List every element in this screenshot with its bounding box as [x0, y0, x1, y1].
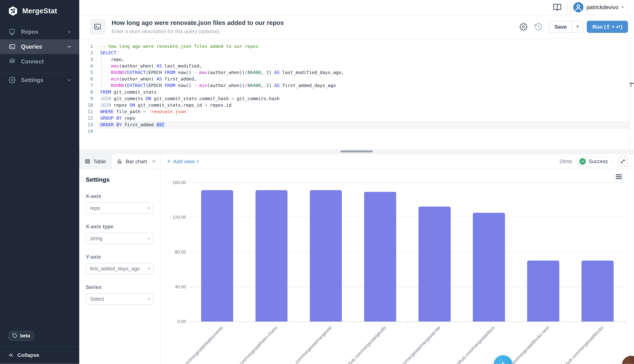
- database-icon: [8, 58, 16, 65]
- x-axis-tick: [570, 322, 571, 324]
- editor-scrollbar-track[interactable]: [630, 39, 630, 149]
- code-line: FROM git_commit_stats: [100, 89, 344, 95]
- tab-bar-chart[interactable]: Bar chart ×: [112, 154, 161, 169]
- field-y-axis: Y-axis first_added_days_ago ▾: [86, 254, 154, 274]
- bar[interactable]: [527, 260, 559, 322]
- expand-results-button[interactable]: [618, 156, 628, 166]
- y-axis-tick-label: 80.00: [162, 250, 186, 254]
- query-settings-gear-icon[interactable]: [520, 23, 528, 31]
- query-description-input[interactable]: Enter a short description for this query…: [112, 28, 520, 34]
- gridline: [190, 217, 625, 218]
- panel-resize-handle[interactable]: [79, 149, 634, 154]
- line-number: 12: [79, 115, 93, 121]
- x-axis-type-select[interactable]: string ▾: [86, 233, 154, 244]
- tab-table[interactable]: Table: [79, 154, 112, 169]
- sql-editor[interactable]: 1234567891011121314 -- how long ago were…: [79, 39, 634, 149]
- select-value: Select: [90, 296, 148, 302]
- x-axis-tick: [299, 322, 299, 324]
- run-query-button[interactable]: Run (⇧ + ↵): [587, 21, 628, 33]
- bar[interactable]: [364, 192, 396, 322]
- x-axis-tick: [190, 322, 190, 324]
- bar[interactable]: [201, 190, 233, 322]
- drag-handle-pill[interactable]: [340, 150, 373, 152]
- bar[interactable]: [310, 190, 342, 322]
- app-window: MergeStat Repos: [0, 0, 634, 364]
- field-label: Y-axis: [86, 254, 154, 260]
- y-axis-tick-label: 120.00: [162, 215, 186, 220]
- code-line: max(author_when) AS last_modified,: [100, 63, 344, 69]
- avatar[interactable]: [573, 2, 584, 12]
- x-axis-tick: [462, 322, 462, 324]
- query-actions: Save ▼ Run (⇧ + ↵): [520, 21, 628, 33]
- sidebar-item-connect[interactable]: Connect: [0, 54, 79, 69]
- topbar-divider: [567, 3, 568, 12]
- bar[interactable]: [256, 190, 288, 322]
- field-series: Series Select ▾: [86, 284, 154, 305]
- sidebar-item-label: Repos: [21, 29, 38, 35]
- chart-menu-icon[interactable]: [616, 174, 622, 180]
- x-axis-category-label: github.com/mergestat/mergestat-lite: [388, 325, 442, 364]
- line-number: 8: [79, 89, 93, 95]
- editor-scrollbar-thumb[interactable]: [630, 83, 632, 87]
- settings-heading: Settings: [86, 176, 154, 183]
- tag-icon: [12, 333, 18, 338]
- username[interactable]: patrickdevivo: [587, 4, 618, 10]
- code-line: repo,: [100, 56, 344, 63]
- save-button-group: Save ▼: [549, 21, 583, 33]
- line-number: 14: [79, 128, 93, 134]
- sidebar-spacer: [0, 88, 79, 331]
- bar[interactable]: [418, 206, 450, 321]
- sidebar-item-queries[interactable]: Queries: [0, 39, 79, 54]
- repo-book-icon: [8, 28, 16, 36]
- add-view-button[interactable]: + Add view ▾: [167, 154, 199, 169]
- x-axis-category-label: github.com/mergestat/mergestat: [285, 325, 333, 364]
- sidebar-item-label: Queries: [21, 44, 42, 50]
- query-history-icon[interactable]: [534, 22, 543, 31]
- select-caret-icon: ▾: [148, 206, 150, 210]
- topbar: patrickdevivo ▾: [79, 0, 634, 15]
- x-axis-tick: [408, 322, 408, 324]
- line-number: 3: [79, 56, 93, 63]
- code-line: SELECT: [100, 50, 344, 56]
- bar[interactable]: [473, 213, 505, 322]
- code-line: ROUND(EXTRACT(EPOCH FROM now() - min(aut…: [100, 82, 344, 89]
- x-axis-tick: [516, 322, 516, 324]
- query-title[interactable]: How long ago were renovate.json files ad…: [112, 19, 520, 26]
- corner-widget[interactable]: [622, 356, 634, 364]
- check-icon: [579, 158, 586, 165]
- user-menu-caret-icon[interactable]: ▾: [622, 5, 624, 10]
- series-select[interactable]: Select ▾: [86, 293, 154, 304]
- close-tab-icon[interactable]: ×: [152, 159, 156, 164]
- code-line: GROUP BY repo: [100, 115, 344, 121]
- collapse-sidebar-button[interactable]: Collapse: [0, 346, 79, 364]
- x-axis-tick: [244, 322, 245, 324]
- code-line: min(author_when) AS first_added,: [100, 76, 344, 82]
- logo[interactable]: MergeStat: [0, 0, 79, 22]
- chart-settings-panel: Settings X-axis repo ▾ X-axis type strin…: [79, 169, 160, 364]
- terminal-icon: [8, 43, 16, 50]
- editor-gutter: 1234567891011121314: [79, 39, 93, 149]
- beta-label: beta: [20, 333, 30, 338]
- line-number: 13: [79, 122, 93, 128]
- field-x-axis: X-axis repo ▾: [86, 193, 154, 214]
- tabbar-spacer: [198, 154, 560, 169]
- line-number: 5: [79, 69, 93, 76]
- sidebar-item-repos[interactable]: Repos: [0, 24, 79, 39]
- bar[interactable]: [582, 260, 614, 322]
- y-axis-select[interactable]: first_added_days_ago ▾: [86, 263, 154, 274]
- x-axis-select[interactable]: repo ▾: [86, 202, 154, 214]
- sidebar-item-settings[interactable]: Settings: [0, 72, 79, 88]
- save-button[interactable]: Save: [549, 21, 572, 32]
- chat-launcher-button[interactable]: [494, 355, 512, 364]
- gridline: [190, 182, 625, 183]
- field-label: X-axis type: [86, 224, 154, 230]
- chevron-down-icon: [67, 44, 72, 49]
- field-label: Series: [86, 284, 154, 290]
- save-options-caret[interactable]: ▼: [572, 21, 583, 32]
- query-duration: 24ms: [560, 158, 572, 164]
- x-axis-category-label: github.com/mergestat/helm-charts: [228, 325, 278, 364]
- x-axis-tick: [625, 322, 625, 324]
- code-line: [100, 128, 344, 134]
- select-value: string: [90, 236, 148, 242]
- docs-book-icon[interactable]: [553, 3, 562, 12]
